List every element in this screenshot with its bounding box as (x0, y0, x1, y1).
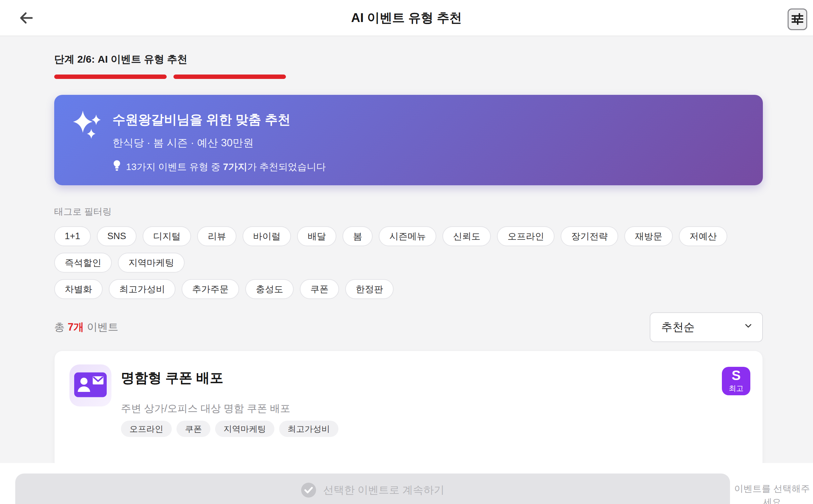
filter-tag-pill[interactable]: SNS (97, 226, 137, 246)
event-icon-tile (69, 364, 111, 406)
list-header: 총 7개 이벤트 추천순 (54, 312, 763, 342)
continue-button-label: 선택한 이벤트로 계속하기 (323, 482, 444, 498)
select-event-helper-text: 이벤트를 선택해주 세요 (731, 482, 813, 504)
filter-tag-pill[interactable]: 봄 (342, 226, 373, 246)
tag-filter-row-2: 차별화최고가성비추가주문충성도쿠폰한정판 (54, 279, 763, 299)
progress-bar (54, 75, 763, 79)
sparkles-icon (70, 109, 103, 142)
filter-tag-pill[interactable]: 오프라인 (497, 226, 555, 246)
filter-tag-pill[interactable]: 충성도 (245, 279, 294, 299)
ai-recommendation-banner: 수원왕갈비님을 위한 맞춤 추천 한식당 · 봄 시즌 · 예산 30만원 13… (54, 95, 763, 185)
filter-tag-pill[interactable]: 바이럴 (243, 226, 291, 246)
progress-segment (531, 75, 644, 79)
filter-tag-pill[interactable]: 디지털 (143, 226, 191, 246)
filter-tag-pill[interactable]: 한정판 (345, 279, 394, 299)
event-tag: 쿠폰 (176, 421, 210, 437)
check-circle-icon (301, 482, 316, 499)
filter-tag-pill[interactable]: 장기전략 (561, 226, 618, 246)
banner-subtitle: 한식당 · 봄 시즌 · 예산 30만원 (112, 136, 254, 150)
grade-letter: S (732, 369, 741, 382)
event-tag: 최고가성비 (279, 421, 338, 437)
grade-label: 최고 (729, 383, 744, 394)
contact-card-icon (74, 372, 107, 399)
lightbulb-icon (112, 160, 121, 174)
tag-filter-row-1: 1+1SNS디지털리뷰바이럴배달봄시즌메뉴신뢰도오프라인장기전략재방문저예산즉석… (54, 226, 763, 273)
tag-filter-label: 태그로 필터링 (54, 206, 763, 218)
filter-tag-pill[interactable]: 시즌메뉴 (379, 226, 436, 246)
event-description: 주변 상가/오피스 대상 명함 쿠폰 배포 (121, 402, 290, 416)
filter-tag-pill[interactable]: 재방문 (624, 226, 673, 246)
filter-tag-pill[interactable]: 신뢰도 (442, 226, 491, 246)
banner-info-text: 13가지 이벤트 유형 중 7가지가 추천되었습니다 (126, 161, 326, 173)
sort-dropdown[interactable]: 추천순 (650, 312, 763, 342)
banner-info: 13가지 이벤트 유형 중 7가지가 추천되었습니다 (112, 160, 326, 174)
filter-tag-pill[interactable]: 추가주문 (182, 279, 239, 299)
filter-tag-pill[interactable]: 1+1 (54, 226, 91, 246)
header: AI 이벤트 유형 추천 (0, 0, 813, 36)
progress-segment (54, 75, 167, 79)
filter-tag-pill[interactable]: 즉석할인 (54, 253, 112, 273)
event-tag: 오프라인 (121, 421, 172, 437)
progress-segment (412, 75, 524, 79)
chevron-down-icon (743, 321, 753, 334)
sort-selected-value: 추천순 (661, 320, 695, 335)
page-title: AI 이벤트 유형 추천 (0, 0, 813, 36)
event-tag: 지역마케팅 (215, 421, 274, 437)
progress-segment (650, 75, 763, 79)
grade-badge: S 최고 (722, 367, 750, 395)
filter-tag-pill[interactable]: 저예산 (679, 226, 727, 246)
screen: AI 이벤트 유형 추천 단계 2/6: AI 이벤트 유형 추천 (0, 0, 813, 504)
filter-tag-pill[interactable]: 배달 (297, 226, 336, 246)
event-title: 명함형 쿠폰 배포 (121, 369, 223, 387)
step-label: 단계 2/6: AI 이벤트 유형 추천 (54, 52, 763, 66)
progress-segment (293, 75, 405, 79)
event-count-number: 7개 (68, 321, 84, 333)
progress-segment (173, 75, 286, 79)
filter-settings-button[interactable] (788, 8, 807, 30)
footer-bar: 선택한 이벤트로 계속하기 이벤트를 선택해주 세요 (0, 463, 813, 504)
filter-tag-pill[interactable]: 지역마케팅 (118, 253, 185, 273)
banner-title: 수원왕갈비님을 위한 맞춤 추천 (112, 111, 291, 128)
event-tags: 오프라인쿠폰지역마케팅최고가성비 (121, 421, 338, 437)
continue-button[interactable]: 선택한 이벤트로 계속하기 (15, 474, 730, 504)
filter-tag-pill[interactable]: 리뷰 (197, 226, 236, 246)
tune-sliders-icon (791, 12, 804, 27)
filter-tag-pill[interactable]: 쿠폰 (300, 279, 339, 299)
event-count: 총 7개 이벤트 (54, 320, 119, 334)
filter-tag-pill[interactable]: 차별화 (54, 279, 103, 299)
filter-tag-pill[interactable]: 최고가성비 (109, 279, 175, 299)
main-content: 단계 2/6: AI 이벤트 유형 추천 수원왕갈비님을 위한 맞춤 추천 한식… (0, 52, 813, 504)
